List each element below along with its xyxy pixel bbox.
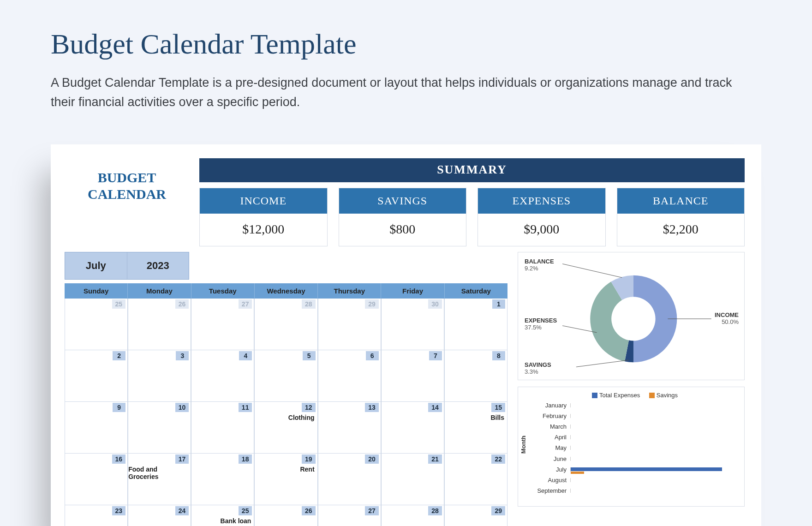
day-number: 18 — [239, 454, 252, 464]
calendar-cell[interactable]: 30 — [381, 299, 444, 350]
bar-month-label: September — [531, 487, 570, 494]
calendar-cell[interactable]: 17Food and Groceries — [128, 454, 191, 505]
calendar-cell[interactable]: 22 — [444, 454, 508, 505]
summary-card-expenses: EXPENSES$9,000 — [478, 188, 606, 246]
calendar-cell[interactable]: 26 — [254, 505, 317, 526]
calendar-cell[interactable]: 29 — [318, 299, 381, 350]
month-selector[interactable]: July 2023 — [65, 252, 189, 280]
summary-card-value: $9,000 — [478, 214, 605, 246]
calendar-cell[interactable]: 28 — [381, 505, 444, 526]
day-number: 26 — [175, 299, 189, 309]
page-title: Budget Calendar Template — [51, 28, 761, 60]
day-number: 20 — [365, 454, 379, 464]
day-number: 28 — [302, 299, 316, 309]
summary-card-label: INCOME — [200, 188, 327, 214]
day-number: 22 — [491, 454, 505, 464]
calendar-cell[interactable]: 21 — [381, 454, 444, 505]
calendar-cell[interactable]: 6 — [318, 350, 381, 402]
day-number: 11 — [239, 403, 252, 412]
summary-card-value: $12,000 — [200, 214, 327, 246]
calendar-cell[interactable]: 14 — [381, 402, 444, 454]
bar-row: February — [531, 411, 739, 421]
day-number: 28 — [428, 506, 442, 515]
calendar-cell[interactable]: 3 — [128, 350, 191, 402]
bar-month-label: July — [531, 466, 570, 473]
day-number: 27 — [239, 299, 252, 309]
day-header: Saturday — [445, 283, 508, 299]
bar-month-label: May — [531, 444, 570, 451]
calendar-cell[interactable]: 16 — [65, 454, 128, 505]
svg-line-0 — [562, 264, 622, 278]
donut-label-balance: BALANCE9.2% — [525, 258, 554, 272]
day-number: 17 — [175, 454, 189, 464]
day-number: 12 — [302, 403, 316, 412]
calendar-cell[interactable]: 4 — [191, 350, 254, 402]
calendar-event: Bills — [490, 414, 504, 421]
bar-row: April — [531, 432, 739, 442]
calendar-cell[interactable]: 7 — [381, 350, 444, 402]
bar-month-label: March — [531, 423, 570, 430]
day-number: 14 — [428, 403, 442, 412]
calendar-event: Food and Groceries — [128, 466, 188, 480]
calendar-cell[interactable]: 27 — [318, 505, 381, 526]
day-number: 29 — [491, 506, 505, 515]
day-number: 15 — [491, 403, 505, 412]
bar-month-label: June — [531, 455, 570, 462]
calendar-cell[interactable]: 26 — [128, 299, 191, 350]
calendar-cell[interactable]: 9 — [65, 402, 128, 454]
summary-card-balance: BALANCE$2,200 — [617, 188, 745, 246]
day-number: 3 — [176, 351, 189, 360]
calendar-cell[interactable]: 10 — [128, 402, 191, 454]
calendar-cell[interactable]: 25 — [65, 299, 128, 350]
day-number: 5 — [303, 351, 316, 360]
day-number: 9 — [113, 403, 125, 412]
day-number: 23 — [112, 506, 126, 515]
day-header: Tuesday — [191, 283, 255, 299]
calendar-cell[interactable]: 8 — [444, 350, 508, 402]
bar-row: June — [531, 454, 739, 464]
bar-row: January — [531, 400, 739, 410]
day-number: 24 — [175, 506, 189, 515]
day-header: Thursday — [318, 283, 381, 299]
calendar-cell[interactable]: 15Bills — [444, 402, 508, 454]
calendar-cell[interactable]: 23 — [65, 505, 128, 526]
bar-month-label: August — [531, 477, 570, 484]
bar-chart-legend: Total Expenses Savings — [524, 392, 739, 399]
day-number: 10 — [175, 403, 189, 412]
calendar-event: Bank loan — [221, 517, 251, 525]
bar-month-label: April — [531, 434, 570, 441]
day-number: 4 — [239, 351, 252, 360]
summary-header: SUMMARY — [199, 158, 745, 182]
bar-row: May — [531, 443, 739, 453]
calendar-cell[interactable]: 25Bank loan — [191, 505, 254, 526]
summary-card-label: BALANCE — [617, 188, 745, 214]
calendar-cell[interactable]: 12Clothing — [254, 402, 317, 454]
summary-card-savings: SAVINGS$800 — [339, 188, 467, 246]
bar-month-label: February — [531, 412, 570, 419]
day-number: 1 — [492, 299, 505, 309]
donut-label-income: INCOME50.0% — [715, 311, 739, 325]
calendar-cell[interactable]: 24 — [128, 505, 191, 526]
bar-row: September — [531, 486, 739, 496]
day-number: 27 — [365, 506, 379, 515]
calendar-cell[interactable]: 18 — [191, 454, 254, 505]
summary-card-value: $800 — [339, 214, 466, 246]
day-number: 16 — [112, 454, 126, 464]
day-header: Friday — [381, 283, 444, 299]
calendar-cell[interactable]: 20 — [318, 454, 381, 505]
calendar-cell[interactable]: 19Rent — [254, 454, 317, 505]
day-number: 2 — [113, 351, 125, 360]
calendar-cell[interactable]: 28 — [254, 299, 317, 350]
bar-chart: Total Expenses Savings Month JanuaryFebr… — [518, 387, 745, 507]
calendar-cell[interactable]: 13 — [318, 402, 381, 454]
calendar-cell[interactable]: 11 — [191, 402, 254, 454]
calendar-cell[interactable]: 1 — [444, 299, 508, 350]
budget-calendar-badge: BUDGET CALENDAR — [65, 158, 189, 203]
calendar-cell[interactable]: 29 — [444, 505, 508, 526]
day-header: Sunday — [65, 283, 128, 299]
calendar-cell[interactable]: 27 — [191, 299, 254, 350]
day-number: 26 — [302, 506, 316, 515]
day-number: 7 — [429, 351, 442, 360]
calendar-cell[interactable]: 2 — [65, 350, 128, 402]
calendar-cell[interactable]: 5 — [254, 350, 317, 402]
